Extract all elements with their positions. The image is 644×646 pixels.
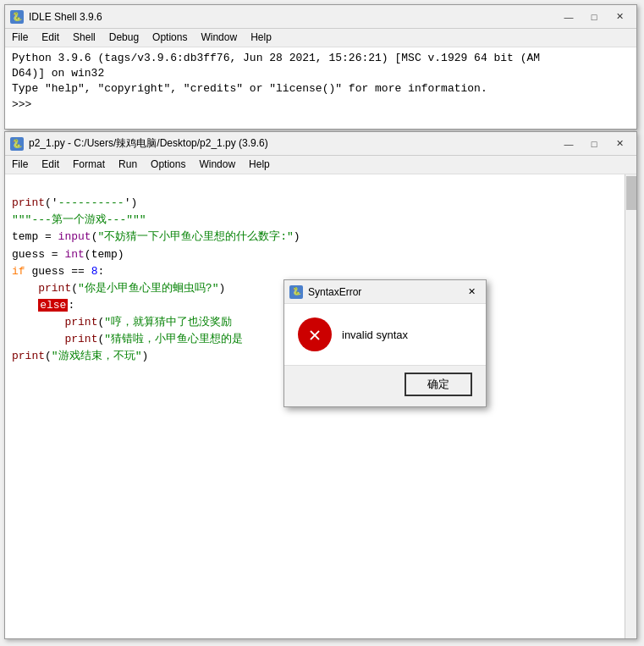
code-line-5: if guess == 8: [12, 265, 104, 278]
shell-maximize-btn[interactable]: □ [582, 8, 606, 25]
editor-controls: — □ ✕ [557, 135, 631, 152]
dialog-footer: 确定 [284, 365, 486, 406]
shell-menu-edit[interactable]: Edit [35, 30, 66, 45]
code-line-1: print('----------') [12, 196, 137, 209]
editor-menu-window[interactable]: Window [192, 157, 242, 172]
shell-line-3: Type "help", "copyright", "credits" or "… [12, 81, 630, 97]
dialog-message: invalid syntax [342, 329, 408, 341]
dialog-close-btn[interactable]: ✕ [462, 284, 481, 300]
code-line-8: print("哼，就算猜中了也没奖励 [12, 316, 232, 329]
shell-close-btn[interactable]: ✕ [608, 8, 631, 25]
shell-line-2: D64)] on win32 [12, 66, 630, 81]
editor-menu-options[interactable]: Options [144, 157, 192, 172]
scrollbar-thumb[interactable] [626, 176, 636, 210]
code-line-4: guess = int(temp) [12, 248, 124, 261]
editor-menu-edit[interactable]: Edit [35, 157, 66, 172]
error-icon: ✕ [298, 317, 332, 351]
shell-content[interactable]: Python 3.9.6 (tags/v3.9.6:db3ff76, Jun 2… [5, 47, 636, 129]
shell-menu-debug[interactable]: Debug [102, 30, 146, 45]
editor-title-bar: 🐍 p2_1.py - C:/Users/辣鸡电脑/Desktop/p2_1.p… [5, 132, 636, 156]
shell-title-bar: 🐍 IDLE Shell 3.9.6 — □ ✕ [5, 5, 636, 29]
shell-icon: 🐍 [10, 10, 24, 24]
code-line-10: print("游戏结束，不玩") [12, 350, 148, 362]
editor-scrollbar[interactable] [625, 174, 636, 638]
dialog-body: ✕ invalid syntax [284, 304, 486, 365]
shell-minimize-btn[interactable]: — [557, 8, 581, 25]
editor-menu-format[interactable]: Format [66, 157, 112, 172]
code-line-7: else: [12, 299, 74, 312]
code-line-2: """---第一个游戏---""" [12, 213, 146, 226]
editor-menu-help[interactable]: Help [242, 157, 277, 172]
code-line-9: print("猜错啦，小甲鱼心里想的是 [12, 333, 243, 345]
syntax-error-dialog: 🐍 SyntaxError ✕ ✕ invalid syntax 确定 [283, 279, 487, 407]
code-line-3: temp = input("不妨猜一下小甲鱼心里想的什么数字:") [12, 230, 300, 243]
code-line-6: print("你是小甲鱼心里的蛔虫吗?") [12, 282, 225, 295]
shell-title: IDLE Shell 3.9.6 [29, 11, 557, 23]
shell-line-1: Python 3.9.6 (tags/v3.9.6:db3ff76, Jun 2… [12, 51, 630, 66]
editor-title: p2_1.py - C:/Users/辣鸡电脑/Desktop/p2_1.py … [29, 136, 557, 151]
editor-icon: 🐍 [10, 137, 24, 151]
shell-controls: — □ ✕ [557, 8, 631, 25]
dialog-ok-btn[interactable]: 确定 [405, 373, 472, 396]
editor-maximize-btn[interactable]: □ [582, 135, 606, 152]
shell-menu-window[interactable]: Window [194, 30, 244, 45]
dialog-icon: 🐍 [289, 285, 303, 299]
dialog-title-bar: 🐍 SyntaxError ✕ [284, 280, 486, 304]
editor-menu-file[interactable]: File [5, 157, 35, 172]
editor-minimize-btn[interactable]: — [557, 135, 581, 152]
shell-window: 🐍 IDLE Shell 3.9.6 — □ ✕ File Edit Shell… [4, 4, 637, 130]
shell-menu-shell[interactable]: Shell [66, 30, 102, 45]
editor-menu-bar: File Edit Format Run Options Window Help [5, 156, 636, 174]
editor-close-btn[interactable]: ✕ [608, 135, 631, 152]
shell-menu-file[interactable]: File [5, 30, 35, 45]
shell-menu-help[interactable]: Help [244, 30, 278, 45]
editor-menu-run[interactable]: Run [112, 157, 144, 172]
shell-menu-options[interactable]: Options [146, 30, 194, 45]
shell-menu-bar: File Edit Shell Debug Options Window Hel… [5, 29, 636, 47]
dialog-title-text: SyntaxError [308, 286, 462, 298]
shell-line-4: >>> [12, 97, 630, 113]
